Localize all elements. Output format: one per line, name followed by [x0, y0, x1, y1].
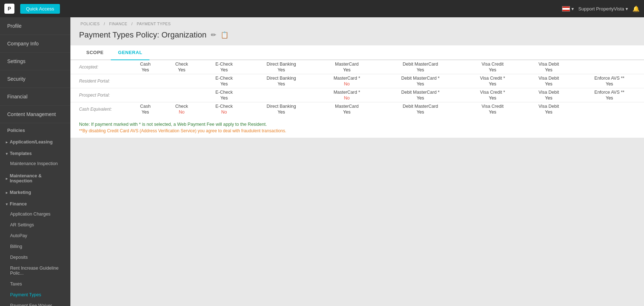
quick-access-button[interactable]: Quick Access: [20, 4, 60, 14]
cash-equiv-avs: [575, 102, 644, 116]
accepted-visa-credit: Visa CreditYes: [462, 60, 523, 74]
cash-equiv-echeck: E-CheckNo: [201, 102, 247, 116]
app-logo: P: [4, 4, 14, 14]
sidebar-sub-payment-fee-waiver[interactable]: Payment Fee Waiver: [0, 300, 70, 306]
edit-icon[interactable]: ✏: [211, 31, 216, 39]
sidebar: Profile Company Info Settings Security F…: [0, 17, 70, 306]
page-header: Payment Types Policy: Organization ✏ 📋: [70, 27, 644, 45]
sidebar-item-marketing[interactable]: Marketing: [0, 186, 70, 197]
prospect-direct-banking: [247, 88, 315, 102]
accepted-cash: CashYes: [128, 60, 162, 74]
prospect-visa-debit: Visa DebitYes: [523, 88, 575, 102]
notes-section: Note: If payment marked with * is not se…: [70, 116, 644, 138]
accepted-echeck: E-CheckYes: [201, 60, 247, 74]
sidebar-sub-autopay[interactable]: AutoPay: [0, 230, 70, 241]
prospect-debit-mastercard: Debit MasterCard *Yes: [378, 88, 462, 102]
payment-types-table: Accepted: CashYes CheckYes E-CheckYes Di…: [70, 60, 644, 116]
country-selector[interactable]: ▾: [562, 6, 574, 12]
sidebar-sub-ar-settings[interactable]: AR Settings: [0, 219, 70, 230]
sidebar-sub-rent-increase[interactable]: Rent Increase Guideline Polic...: [0, 263, 70, 279]
cash-equiv-mastercard: MasterCardYes: [315, 102, 378, 116]
sidebar-item-settings[interactable]: Settings: [0, 53, 70, 70]
sidebar-item-company-info[interactable]: Company Info: [0, 35, 70, 53]
cash-equiv-check: CheckNo: [162, 102, 201, 116]
resident-visa-debit: Visa DebitYes: [523, 74, 575, 88]
tab-general[interactable]: GENERAL: [111, 45, 149, 60]
resident-avs: Enforce AVS **Yes: [575, 74, 644, 88]
accepted-debit-mastercard: Debit MasterCardYes: [378, 60, 462, 74]
chevron-down-icon: [6, 202, 8, 206]
prospect-check: [162, 88, 201, 102]
tabs-bar: SCOPE GENERAL: [70, 45, 644, 60]
note-green: Note: If payment marked with * is not se…: [79, 122, 635, 127]
accepted-visa-debit: Visa DebitYes: [523, 60, 575, 74]
row-label-cash-equivalent: Cash Equivalent:: [70, 102, 128, 116]
cash-equiv-visa-debit: Visa DebitYes: [523, 102, 575, 116]
table-row-resident-portal: Resident Portal: E-CheckYes Direct Banki…: [70, 74, 644, 88]
main-layout: Profile Company Info Settings Security F…: [0, 17, 644, 306]
table-row-accepted: Accepted: CashYes CheckYes E-CheckYes Di…: [70, 60, 644, 74]
flag-icon: [562, 6, 570, 12]
tab-scope[interactable]: SCOPE: [79, 45, 111, 60]
accepted-check: CheckYes: [162, 60, 201, 74]
copy-icon[interactable]: 📋: [221, 31, 229, 39]
chevron-down-icon: [6, 152, 8, 156]
cash-equiv-cash: CashYes: [128, 102, 162, 116]
resident-mastercard: MasterCard *No: [315, 74, 378, 88]
page-title: Payment Types Policy: Organization: [79, 30, 206, 40]
sidebar-item-templates[interactable]: Templates: [0, 147, 70, 158]
prospect-cash: [128, 88, 162, 102]
support-button[interactable]: Support PropertyVista ▾: [578, 6, 628, 12]
chevron-right-icon: [6, 140, 8, 144]
resident-direct-banking: Direct BankingYes: [247, 74, 315, 88]
sidebar-sub-application-charges[interactable]: Application Charges: [0, 209, 70, 219]
accepted-avs: [575, 60, 644, 74]
sidebar-item-finance[interactable]: Finance: [0, 197, 70, 209]
resident-echeck: E-CheckYes: [201, 74, 247, 88]
prospect-echeck: E-CheckYes: [201, 88, 247, 102]
resident-debit-mastercard: Debit MasterCard *Yes: [378, 74, 462, 88]
topbar-right: ▾ Support PropertyVista ▾ 🔔: [562, 5, 640, 12]
sidebar-item-application-leasing[interactable]: Application/Leasing: [0, 135, 70, 147]
flag-chevron: ▾: [571, 6, 574, 12]
sidebar-section-policies[interactable]: Policies: [0, 123, 70, 135]
cash-equiv-debit-mastercard: Debit MasterCardYes: [378, 102, 462, 116]
row-label-resident-portal: Resident Portal:: [70, 74, 128, 88]
sidebar-sub-taxes[interactable]: Taxes: [0, 279, 70, 289]
sidebar-sub-billing[interactable]: Billing: [0, 241, 70, 252]
breadcrumb: POLICIES / FINANCE / PAYMENT TYPES: [70, 17, 644, 27]
sidebar-item-security[interactable]: Security: [0, 70, 70, 88]
row-label-prospect-portal: Prospect Portal:: [70, 88, 128, 102]
chevron-right-icon: [6, 191, 8, 195]
accepted-direct-banking: Direct BankingYes: [247, 60, 315, 74]
chevron-right-icon: [6, 177, 8, 181]
sidebar-item-maintenance-inspection[interactable]: Maintenance & Inspection: [0, 169, 70, 186]
content-area: POLICIES / FINANCE / PAYMENT TYPES Payme…: [70, 17, 644, 306]
resident-check: [162, 74, 201, 88]
payment-types-table-container: Accepted: CashYes CheckYes E-CheckYes Di…: [70, 60, 644, 116]
cash-equiv-visa-credit: Visa CreditYes: [462, 102, 523, 116]
table-row-cash-equivalent: Cash Equivalent: CashYes CheckNo E-Check…: [70, 102, 644, 116]
sidebar-item-profile[interactable]: Profile: [0, 17, 70, 35]
resident-visa-credit: Visa Credit *Yes: [462, 74, 523, 88]
cash-equiv-direct-banking: Direct BankingYes: [247, 102, 315, 116]
row-label-accepted: Accepted:: [70, 60, 128, 74]
sidebar-item-financial[interactable]: Financial: [0, 88, 70, 106]
sidebar-sub-payment-types[interactable]: Payment Types: [0, 289, 70, 300]
accepted-mastercard: MasterCardYes: [315, 60, 378, 74]
table-row-prospect-portal: Prospect Portal: E-CheckYes MasterCard *…: [70, 88, 644, 102]
prospect-avs: Enforce AVS **Yes: [575, 88, 644, 102]
support-chevron: ▾: [626, 6, 628, 12]
resident-cash: [128, 74, 162, 88]
sidebar-item-content-management[interactable]: Content Management: [0, 106, 70, 123]
sidebar-sub-maintenance-inspection[interactable]: Maintenance Inspection: [0, 158, 70, 169]
prospect-mastercard: MasterCard *No: [315, 88, 378, 102]
prospect-visa-credit: Visa Credit *Yes: [462, 88, 523, 102]
topbar: P Quick Access ▾ Support PropertyVista ▾…: [0, 0, 644, 17]
notification-bell[interactable]: 🔔: [632, 5, 640, 12]
note-orange: **By disabling Credit Card AVS (Address …: [79, 128, 635, 133]
sidebar-sub-deposits[interactable]: Deposits: [0, 252, 70, 263]
